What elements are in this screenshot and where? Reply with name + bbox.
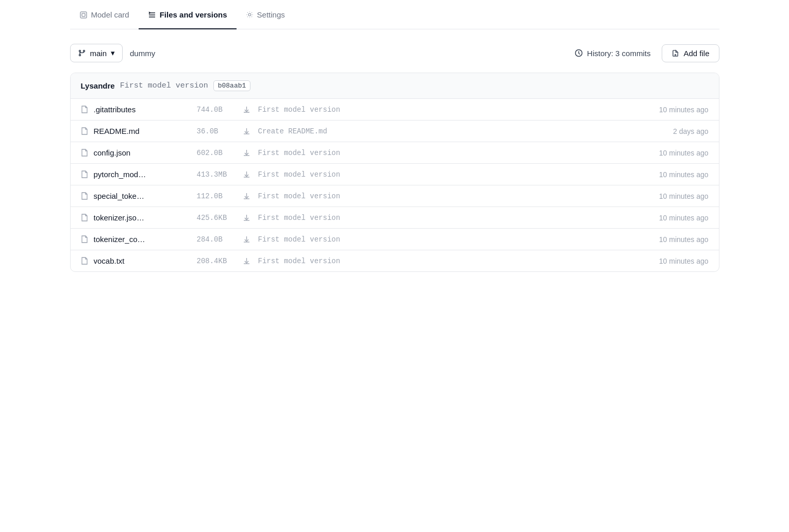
file-time: 10 minutes ago — [642, 149, 709, 157]
file-size: 744.0B — [197, 106, 243, 114]
svg-rect-0 — [80, 12, 87, 18]
file-size: 112.0B — [197, 192, 243, 200]
tab-settings-label: Settings — [257, 10, 285, 19]
file-size: 284.0B — [197, 235, 243, 244]
file-commit-message: First model version — [258, 257, 642, 265]
file-name[interactable]: .gitattributes — [94, 105, 197, 114]
file-commit-message: Create README.md — [258, 127, 642, 135]
file-commit-message: First model version — [258, 149, 642, 157]
tab-settings[interactable]: Settings — [237, 0, 294, 29]
branch-icon — [78, 49, 86, 57]
history-button[interactable]: History: 3 commits — [570, 45, 654, 62]
file-commit-message: First model version — [258, 235, 642, 244]
svg-point-8 — [79, 55, 80, 56]
tab-files-and-versions[interactable]: Files and versions — [139, 0, 237, 29]
file-time: 10 minutes ago — [642, 106, 709, 114]
file-time: 10 minutes ago — [642, 192, 709, 200]
file-name[interactable]: tokenizer_co… — [94, 235, 197, 244]
file-time: 2 days ago — [642, 127, 709, 135]
file-name[interactable]: special_toke… — [94, 192, 197, 200]
branch-selector-button[interactable]: main ▾ — [70, 44, 123, 62]
gear-icon — [246, 11, 254, 19]
file-icon — [81, 257, 88, 265]
file-time: 10 minutes ago — [642, 235, 709, 244]
clock-icon — [575, 49, 583, 57]
history-label: History: 3 commits — [587, 49, 650, 58]
file-icon — [81, 170, 88, 178]
tab-files-label: Files and versions — [160, 10, 227, 19]
file-time: 10 minutes ago — [642, 257, 709, 265]
file-icon — [81, 127, 88, 135]
file-size: 208.4KB — [197, 257, 243, 265]
svg-rect-1 — [82, 13, 85, 16]
file-icon — [81, 149, 88, 157]
commit-header-row: Lysandre First model version b08aab1 — [71, 73, 719, 99]
file-commit-message: First model version — [258, 170, 642, 179]
file-name[interactable]: tokenizer.jso… — [94, 213, 197, 222]
download-icon[interactable] — [243, 106, 250, 113]
download-icon[interactable] — [243, 128, 250, 134]
file-size: 413.3MB — [197, 170, 243, 179]
commit-message: First model version — [120, 81, 208, 90]
repo-name: dummy — [130, 49, 155, 58]
svg-point-6 — [248, 13, 251, 16]
file-time: 10 minutes ago — [642, 170, 709, 179]
download-icon[interactable] — [243, 236, 250, 243]
file-size: 602.0B — [197, 149, 243, 157]
branch-name: main — [90, 49, 107, 58]
table-row: tokenizer.jso… 425.6KB First model versi… — [71, 207, 719, 229]
file-icon — [81, 235, 88, 243]
list-icon — [148, 11, 156, 19]
add-file-button[interactable]: Add file — [662, 44, 719, 62]
file-table: Lysandre First model version b08aab1 .gi… — [70, 73, 719, 272]
download-icon[interactable] — [243, 149, 250, 156]
file-plus-icon — [672, 49, 679, 57]
table-row: tokenizer_co… 284.0B First model version… — [71, 229, 719, 250]
file-size: 425.6KB — [197, 214, 243, 222]
file-commit-message: First model version — [258, 214, 642, 222]
tabs-bar: Model card Files and versions — [70, 0, 719, 29]
commit-author: Lysandre — [81, 81, 115, 90]
tab-model-card[interactable]: Model card — [70, 0, 139, 29]
file-name[interactable]: README.md — [94, 127, 197, 135]
file-name[interactable]: vocab.txt — [94, 256, 197, 265]
table-row: special_toke… 112.0B First model version… — [71, 185, 719, 207]
svg-point-9 — [83, 50, 85, 52]
table-row: config.json 602.0B First model version 1… — [71, 142, 719, 164]
download-icon[interactable] — [243, 214, 250, 221]
file-icon — [81, 192, 88, 200]
download-icon[interactable] — [243, 258, 250, 264]
file-time: 10 minutes ago — [642, 214, 709, 222]
file-name[interactable]: config.json — [94, 148, 197, 157]
download-icon[interactable] — [243, 193, 250, 199]
table-row: .gitattributes 744.0B First model versio… — [71, 99, 719, 121]
cube-icon — [79, 11, 88, 19]
toolbar: main ▾ dummy History: 3 commits — [70, 29, 719, 73]
file-icon — [81, 214, 88, 221]
svg-point-7 — [79, 50, 80, 52]
add-file-label: Add file — [683, 49, 709, 58]
file-commit-message: First model version — [258, 192, 642, 200]
file-icon — [81, 106, 88, 113]
table-row: vocab.txt 208.4KB First model version 10… — [71, 250, 719, 271]
table-row: pytorch_mod… 413.3MB First model version… — [71, 164, 719, 185]
branch-chevron-icon: ▾ — [111, 48, 115, 58]
file-commit-message: First model version — [258, 106, 642, 114]
table-row: README.md 36.0B Create README.md 2 days … — [71, 121, 719, 142]
commit-hash[interactable]: b08aab1 — [213, 80, 251, 91]
file-size: 36.0B — [197, 127, 243, 135]
file-name[interactable]: pytorch_mod… — [94, 170, 197, 179]
download-icon[interactable] — [243, 171, 250, 178]
tab-model-card-label: Model card — [91, 10, 129, 19]
